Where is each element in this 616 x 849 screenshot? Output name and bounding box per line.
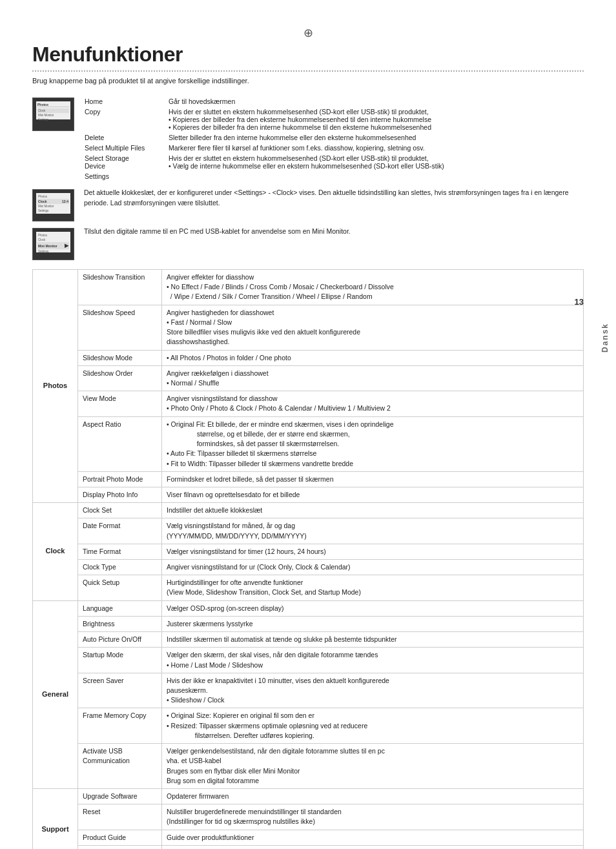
time-format-label: Time Format bbox=[78, 544, 162, 559]
table-row: Slideshow Mode • All Photos / Photos in … bbox=[33, 350, 584, 365]
slideshow-mode-desc: • All Photos / Photos in folder / One ph… bbox=[162, 350, 584, 365]
reset-label: Reset bbox=[78, 804, 162, 830]
clock-set-label: Clock Set bbox=[78, 503, 162, 518]
product-information-desc: Viser modelnavn, firmwareversion, intern… bbox=[162, 845, 584, 849]
upgrade-software-desc: Opdaterer firmwaren bbox=[162, 788, 584, 804]
table-row: Display Photo Info Viser filnavn og opre… bbox=[33, 487, 584, 502]
activate-usb-desc: Vælger genkendelsestilstand, når den dig… bbox=[162, 744, 584, 789]
table-row: Product Guide Guide over produktfunktion… bbox=[33, 830, 584, 845]
slideshow-speed-desc: Angiver hastigheden for diasshowet• Fast… bbox=[162, 305, 584, 350]
brightness-label: Brightness bbox=[78, 616, 162, 631]
mini-monitor-description: Tilslut den digitale ramme til en PC med… bbox=[84, 227, 351, 237]
language-label: Language bbox=[78, 600, 162, 616]
startup-mode-desc: Vælger den skærm, der skal vises, når de… bbox=[162, 648, 584, 673]
side-label: Dansk bbox=[601, 323, 610, 353]
table-row: Slideshow Speed Angiver hastigheden for … bbox=[33, 305, 584, 350]
home-menu-table: Home Går til hovedskærmen Copy Hvis der … bbox=[85, 96, 584, 181]
photos-category: Photos bbox=[33, 270, 78, 503]
auto-picture-label: Auto Picture On/Off bbox=[78, 632, 162, 648]
clock-type-label: Clock Type bbox=[78, 560, 162, 575]
screen-saver-label: Screen Saver bbox=[78, 673, 162, 708]
portrait-photo-mode-label: Portrait Photo Mode bbox=[78, 471, 162, 487]
product-guide-label: Product Guide bbox=[78, 830, 162, 845]
product-guide-desc: Guide over produktfunktioner bbox=[162, 830, 584, 845]
table-row: Photos Slideshow Transition Angiver effe… bbox=[33, 270, 584, 305]
slideshow-order-desc: Angiver rækkefølgen i diasshowet• Normal… bbox=[162, 365, 584, 391]
table-row: Frame Memory Copy • Original Size: Kopie… bbox=[33, 708, 584, 744]
clock-set-desc: Indstiller det aktuelle klokkeslæt bbox=[162, 503, 584, 518]
table-row: Date Format Vælg visningstilstand for må… bbox=[33, 518, 584, 544]
date-format-desc: Vælg visningstilstand for måned, år og d… bbox=[162, 518, 584, 544]
display-photo-info-label: Display Photo Info bbox=[78, 487, 162, 502]
mini-monitor-screenshot: Photos Clock Mini Monitor▶ Settings bbox=[32, 228, 74, 260]
settings-table: Photos Slideshow Transition Angiver effe… bbox=[32, 269, 584, 849]
quick-setup-label: Quick Setup bbox=[78, 575, 162, 600]
time-format-desc: Vælger visningstilstand for timer (12 ho… bbox=[162, 544, 584, 559]
slideshow-speed-label: Slideshow Speed bbox=[78, 305, 162, 350]
brightness-desc: Justerer skærmens lysstyrke bbox=[162, 616, 584, 631]
date-format-label: Date Format bbox=[78, 518, 162, 544]
clock-category: Clock bbox=[33, 503, 78, 601]
table-row: Clock Clock Set Indstiller det aktuelle … bbox=[33, 503, 584, 518]
general-category: General bbox=[33, 600, 78, 788]
product-information-label: Product Information bbox=[78, 845, 162, 849]
aspect-ratio-label: Aspect Ratio bbox=[78, 416, 162, 471]
page-title: Menufunktioner bbox=[32, 43, 584, 66]
table-row: Startup Mode Vælger den skærm, der skal … bbox=[33, 648, 584, 673]
table-row: Quick Setup Hurtigindstillinger for ofte… bbox=[33, 575, 584, 600]
auto-picture-desc: Indstiller skærmen til automatisk at tæn… bbox=[162, 632, 584, 648]
clock-description: Det aktuelle klokkeslæt, der er konfigur… bbox=[84, 188, 584, 209]
table-row: General Language Vælger OSD-sprog (on-sc… bbox=[33, 600, 584, 616]
clock-type-desc: Angiver visningstilstand for ur (Clock O… bbox=[162, 560, 584, 575]
clock-screenshot: Photos Clock12:4 Mini Monitor Settings bbox=[32, 189, 74, 221]
table-row: Slideshow Order Angiver rækkefølgen i di… bbox=[33, 365, 584, 391]
table-row: Brightness Justerer skærmens lysstyrke bbox=[33, 616, 584, 631]
page-number: 13 bbox=[575, 297, 584, 307]
display-photo-info-desc: Viser filnavn og oprettelsesdato for et … bbox=[162, 487, 584, 502]
slideshow-order-label: Slideshow Order bbox=[78, 365, 162, 391]
table-row: Time Format Vælger visningstilstand for … bbox=[33, 544, 584, 559]
quick-setup-desc: Hurtigindstillinger for ofte anvendte fu… bbox=[162, 575, 584, 600]
table-row: Clock Type Angiver visningstilstand for … bbox=[33, 560, 584, 575]
slideshow-mode-label: Slideshow Mode bbox=[78, 350, 162, 365]
slideshow-transition-desc: Angiver effekter for diasshow• No Effect… bbox=[162, 270, 584, 305]
startup-mode-label: Startup Mode bbox=[78, 648, 162, 673]
table-row: Reset Nulstiller brugerdefinerede menuin… bbox=[33, 804, 584, 830]
frame-memory-copy-label: Frame Memory Copy bbox=[78, 708, 162, 744]
view-mode-desc: Angiver visningstilstand for diasshow• P… bbox=[162, 391, 584, 416]
language-desc: Vælger OSD-sprog (on-screen display) bbox=[162, 600, 584, 616]
settings-table-container: Photos Slideshow Transition Angiver effe… bbox=[32, 269, 584, 849]
aspect-ratio-desc: • Original Fit: Et billede, der er mindr… bbox=[162, 416, 584, 471]
table-row: Product Information Viser modelnavn, fir… bbox=[33, 845, 584, 849]
table-row: Auto Picture On/Off Indstiller skærmen t… bbox=[33, 632, 584, 648]
table-row: Aspect Ratio • Original Fit: Et billede,… bbox=[33, 416, 584, 471]
table-row: Activate USBCommunication Vælger genkend… bbox=[33, 744, 584, 789]
screen-saver-desc: Hvis der ikke er knapaktivitet i 10 minu… bbox=[162, 673, 584, 708]
photos-screenshot: Photos Clock Mini Monitor Settings bbox=[32, 97, 74, 131]
activate-usb-label: Activate USBCommunication bbox=[78, 744, 162, 789]
support-category: Support bbox=[33, 788, 78, 849]
subtitle: Brug knapperne bag på produktet til at a… bbox=[32, 77, 584, 85]
frame-memory-copy-desc: • Original Size: Kopierer en original fi… bbox=[162, 708, 584, 744]
reset-desc: Nulstiller brugerdefinerede menuindstill… bbox=[162, 804, 584, 830]
view-mode-label: View Mode bbox=[78, 391, 162, 416]
table-row: View Mode Angiver visningstilstand for d… bbox=[33, 391, 584, 416]
slideshow-transition-label: Slideshow Transition bbox=[78, 270, 162, 305]
table-row: Support Upgrade Software Opdaterer firmw… bbox=[33, 788, 584, 804]
table-row: Screen Saver Hvis der ikke er knapaktivi… bbox=[33, 673, 584, 708]
portrait-photo-mode-desc: Formindsker et lodret billede, så det pa… bbox=[162, 471, 584, 487]
upgrade-software-label: Upgrade Software bbox=[78, 788, 162, 804]
table-row: Portrait Photo Mode Formindsker et lodre… bbox=[33, 471, 584, 487]
